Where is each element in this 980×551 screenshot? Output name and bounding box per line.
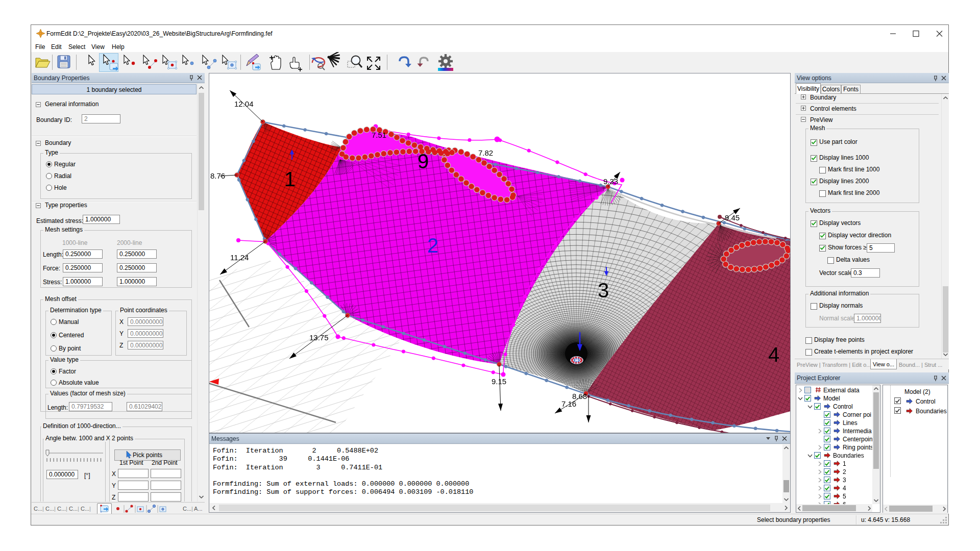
svg-text:13.75: 13.75: [309, 333, 329, 342]
svg-text:2: 2: [427, 234, 438, 257]
svg-text:11.24: 11.24: [230, 253, 249, 262]
svg-text:3: 3: [598, 279, 609, 302]
svg-text:7.82: 7.82: [478, 148, 493, 157]
svg-text:1: 1: [284, 168, 296, 190]
svg-text:8.76: 8.76: [210, 171, 225, 180]
svg-text:9.15: 9.15: [492, 377, 506, 386]
svg-text:4: 4: [768, 343, 779, 366]
svg-text:9.33: 9.33: [603, 177, 618, 186]
svg-text:12.04: 12.04: [234, 99, 254, 108]
svg-text:9.45: 9.45: [725, 213, 740, 222]
svg-text:9: 9: [418, 150, 429, 172]
svg-text:7.51: 7.51: [372, 131, 386, 139]
svg-text:7.16: 7.16: [561, 399, 576, 408]
